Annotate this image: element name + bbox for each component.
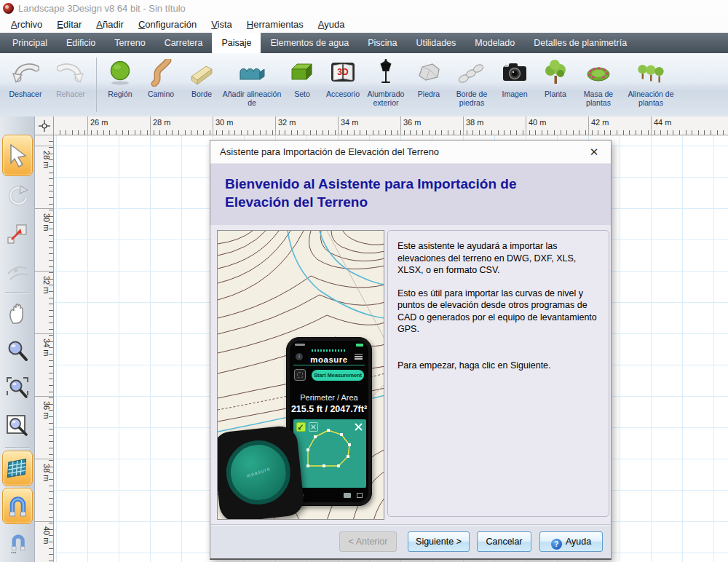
toolbar-button-region[interactable]: Región [100, 56, 141, 98]
menu-vista[interactable]: Vista [205, 17, 239, 31]
cancelar-button[interactable]: Cancelar [477, 531, 531, 552]
tab-utilidades[interactable]: Utilidades [406, 33, 465, 53]
toolbar-button-anadir-alineacion[interactable]: Añadir alineación de [222, 56, 282, 107]
redo-icon [56, 58, 85, 88]
toolbar-button-deshacer[interactable]: Deshacer [3, 56, 48, 98]
toolbar-button-imagen[interactable]: Imagen [494, 56, 535, 98]
rotate-tool[interactable] [2, 178, 33, 213]
menu-configuracion[interactable]: Configuración [132, 17, 203, 31]
anterior-button[interactable]: < Anterior [339, 531, 397, 552]
toolbar-label: Piedra [418, 90, 440, 98]
zoom-selection-tool[interactable] [2, 371, 33, 406]
border-block-icon [187, 58, 216, 88]
app-logo-row: i moasure [294, 352, 364, 363]
toolbar-label: Borde de piedras [449, 90, 494, 107]
plant-row-icon [636, 58, 665, 88]
move-node-icon [6, 222, 29, 245]
tab-paisaje[interactable]: Paisaje [212, 33, 261, 53]
dialog-titlebar: Asistente para Importación de Elevación … [210, 140, 611, 163]
toolbar-button-accesorio[interactable]: 3D Accesorio [323, 56, 363, 98]
tab-elementos-de-agua[interactable]: Elementos de agua [261, 33, 358, 53]
menu-archivo[interactable]: Archivo [4, 17, 49, 31]
toolbar-label: Masa de plantas [576, 90, 621, 107]
toolbar-label: Deshacer [9, 90, 42, 98]
move-node-tool[interactable] [2, 215, 33, 251]
toolbar-button-piedra[interactable]: Piedra [408, 56, 449, 98]
toolbar-label: Alumbrado exterior [363, 90, 408, 107]
tool-separator [5, 447, 30, 448]
ribbon-toolbar: Deshacer Rehacer Región Camino Borde Aña… [0, 53, 728, 117]
toolbar-label: Borde [191, 90, 212, 98]
svg-text:3D: 3D [337, 67, 349, 77]
arc-tool[interactable] [2, 253, 33, 288]
menu-ayuda[interactable]: Ayuda [312, 17, 352, 31]
toolbar-button-seto[interactable]: Seto [282, 56, 323, 98]
measure-mode-icon [294, 369, 306, 381]
select-tool[interactable] [2, 135, 33, 176]
ayuda-button[interactable]: ?Ayuda [539, 531, 603, 552]
save-icon [357, 493, 363, 498]
toolbar-button-camino[interactable]: Camino [141, 56, 181, 98]
cursor-icon [7, 144, 28, 167]
menu-herramientas[interactable]: Herramientas [240, 17, 310, 31]
battery-icon [356, 344, 363, 347]
menu-anadir[interactable]: Añadir [90, 17, 130, 31]
grid-icon [5, 456, 30, 480]
wizard-heading: Bienvenido al Asistente para Importación… [225, 175, 574, 211]
tab-terreno[interactable]: Terreno [105, 33, 154, 53]
measure-tool-icon-active [296, 422, 306, 432]
device-disc: moasure [223, 438, 293, 508]
toolbar-button-borde[interactable]: Borde [181, 56, 222, 98]
tab-carretera[interactable]: Carretera [155, 33, 213, 53]
tool-separator [5, 292, 30, 293]
help-icon: ? [551, 539, 562, 550]
siguiente-button[interactable]: Siguiente > [408, 531, 470, 552]
snap-options-tool[interactable]: ... [2, 526, 33, 561]
toolbar-button-rehacer[interactable]: Rehacer [48, 56, 93, 98]
tab-principal[interactable]: Principal [3, 33, 57, 53]
close-icon[interactable]: ✕ [585, 146, 604, 159]
menu-bar: Archivo Editar Añadir Configuración Vist… [0, 16, 728, 33]
device-label: moasure [232, 461, 285, 483]
menu-editar[interactable]: Editar [50, 17, 88, 31]
magnifier-selection-icon [6, 376, 29, 400]
phone-screen: i moasure Start Measurement Perimeter / … [290, 341, 368, 502]
phone-action-row: Start Measurement [294, 369, 364, 382]
toolbar-label: Camino [148, 90, 174, 98]
pan-tool[interactable] [2, 296, 33, 331]
tab-modelado[interactable]: Modelado [465, 33, 524, 53]
toolbar-button-masa-plantas[interactable]: Masa de plantas [576, 56, 621, 107]
accessory-3d-book-icon: 3D [328, 58, 357, 88]
wizard-paragraph-2: Esto es útil para importar las curvas de… [397, 288, 599, 336]
zoom-tool[interactable] [2, 333, 33, 368]
wizard-paragraph-1: Este asistente le ayudará a importar las… [397, 240, 599, 277]
snap-toggle[interactable] [2, 488, 33, 523]
toolbar-button-planta[interactable]: Planta [535, 56, 576, 98]
folder-icon [344, 493, 351, 498]
ruler-origin-corner [35, 116, 54, 135]
ruler-ticks [54, 130, 728, 135]
tab-piscina[interactable]: Piscina [358, 33, 406, 53]
undo-icon [11, 58, 40, 88]
toolbar-label: Región [108, 90, 132, 98]
plant-tree-icon [541, 58, 570, 88]
vertical-ruler: 28 m30 m32 m34 m36 m38 m40 m [35, 135, 54, 562]
camera-icon [500, 58, 529, 88]
magnet-options-icon: ... [6, 531, 29, 555]
carrier-indicator [295, 344, 305, 346]
measure-tool-icon [309, 422, 318, 432]
toolbar-button-alumbrado[interactable]: Alumbrado exterior [363, 56, 408, 107]
tab-detalles-de-planimetria[interactable]: Detalles de planimetría [524, 33, 636, 53]
toolbar-button-borde-piedras[interactable]: Borde de piedras [449, 56, 494, 107]
hedge-icon [288, 58, 317, 88]
dialog-body: i moasure Start Measurement Perimeter / … [210, 225, 611, 524]
street-lamp-icon [371, 58, 400, 88]
grid-toggle[interactable] [2, 451, 33, 486]
dialog-header: Bienvenido al Asistente para Importación… [210, 163, 611, 225]
window-titlebar: Landscape 3Design v8 64 bit - Sin título [0, 0, 728, 16]
toolbar-label: Accesorio [326, 90, 360, 98]
plant-mass-icon [584, 58, 613, 88]
tab-edificio[interactable]: Edificio [57, 33, 105, 53]
toolbar-button-alineacion-plantas[interactable]: Alineación de plantas [621, 56, 681, 107]
zoom-window-tool[interactable] [2, 408, 33, 443]
